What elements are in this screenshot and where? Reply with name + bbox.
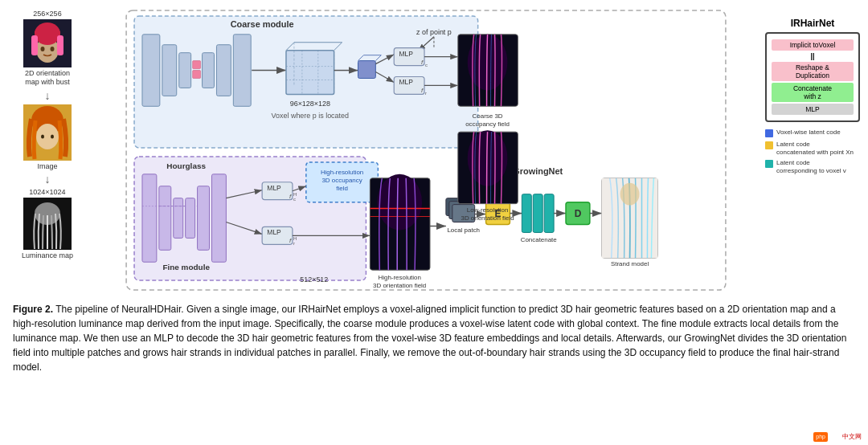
svg-text:3D orientation field: 3D orientation field xyxy=(461,214,514,222)
svg-text:3D orientation field: 3D orientation field xyxy=(373,282,426,289)
svg-rect-20 xyxy=(179,53,191,88)
svg-text:D: D xyxy=(575,208,582,219)
svg-point-115 xyxy=(620,183,640,206)
legend-box: Implicit toVoxel || Reshape &Duplication… xyxy=(765,32,860,122)
main-container: 256×256 xyxy=(0,0,868,445)
svg-text:r: r xyxy=(293,241,295,246)
svg-rect-18 xyxy=(142,35,160,107)
svg-rect-39 xyxy=(358,61,375,79)
svg-text:Concatenate: Concatenate xyxy=(521,236,558,243)
svg-rect-61 xyxy=(142,174,157,262)
dot-blue xyxy=(765,129,773,137)
figure-number: Figure 2. xyxy=(13,304,53,315)
dot-latent-xn-label: Latent codeconcatenated with point Xn xyxy=(776,141,854,156)
svg-text:Strand model: Strand model xyxy=(611,260,649,267)
svg-text:z of point p: z of point p xyxy=(416,28,452,36)
dot-latent-v-label: Latent codecorresponding to voxel v xyxy=(776,159,846,174)
svg-rect-106 xyxy=(533,194,542,233)
caption-area: Figure 2. The pipeline of NeuralHDHair. … xyxy=(0,297,868,445)
svg-rect-62 xyxy=(159,186,171,251)
svg-text:c: c xyxy=(293,197,296,202)
label-image: Image xyxy=(37,162,57,171)
caption-text: The pipeline of NeuralHDHair. Given a si… xyxy=(13,304,846,373)
legend-reshape-duplication: Reshape &Duplication xyxy=(772,62,854,81)
label-256: 2D orientationmap with bust xyxy=(25,69,70,87)
svg-text:Local patch: Local patch xyxy=(447,227,480,234)
svg-text:Coarse 3D: Coarse 3D xyxy=(473,112,503,120)
svg-rect-19 xyxy=(162,45,177,96)
svg-point-10 xyxy=(36,124,59,149)
svg-text:Coarse module: Coarse module xyxy=(231,19,294,29)
legend-separator: || xyxy=(772,52,854,60)
svg-rect-3 xyxy=(35,31,60,39)
network-svg: Coarse module xyxy=(92,6,760,294)
luminance-image xyxy=(23,198,72,250)
network-diagram: Coarse module xyxy=(92,6,760,294)
php-badge: php xyxy=(813,432,828,443)
svg-rect-66 xyxy=(186,198,195,239)
size-label-256: 256×256 xyxy=(33,10,61,18)
svg-rect-4 xyxy=(31,35,38,55)
svg-text:c: c xyxy=(425,63,428,67)
dot-legend: Voxel-wise latent code Latent codeconcat… xyxy=(765,129,860,174)
svg-text:512×512: 512×512 xyxy=(300,276,328,284)
svg-text:3D occupancy: 3D occupancy xyxy=(321,177,362,184)
svg-text:Low-resolution: Low-resolution xyxy=(467,206,509,214)
svg-text:occupancy field: occupancy field xyxy=(465,120,510,128)
svg-text:Hourglass: Hourglass xyxy=(166,161,206,170)
svg-point-11 xyxy=(41,134,44,138)
input-image-luminance: 1024×1024 xyxy=(22,188,73,260)
svg-text:MLP: MLP xyxy=(399,78,413,86)
cnwz-badge: 中文网 xyxy=(842,432,862,442)
svg-rect-21 xyxy=(193,61,201,69)
legend-mlp: MLP xyxy=(772,104,854,115)
dot-item-latent-v: Latent codecorresponding to voxel v xyxy=(765,159,860,174)
arrow-down-1: ↓ xyxy=(45,90,51,101)
irhairnet-legend: IRHairNet Implicit toVoxel || Reshape &D… xyxy=(760,6,865,294)
svg-rect-5 xyxy=(57,35,63,55)
diagram-area: 256×256 xyxy=(0,0,868,297)
svg-text:MLP: MLP xyxy=(267,184,281,192)
size-label-1024: 1024×1024 xyxy=(29,188,65,196)
svg-rect-22 xyxy=(193,71,201,79)
orientation-map-image xyxy=(23,19,72,67)
svg-text:MLP: MLP xyxy=(399,50,413,58)
input-column: 256×256 xyxy=(3,6,92,294)
svg-text:r: r xyxy=(425,91,427,96)
svg-rect-68 xyxy=(211,174,226,262)
svg-text:High-resolution: High-resolution xyxy=(321,169,363,176)
svg-text:High-resolution: High-resolution xyxy=(378,274,420,281)
irhairnet-title: IRHairNet xyxy=(765,18,860,29)
orange-hair-image xyxy=(23,104,72,161)
svg-point-7 xyxy=(51,47,55,51)
input-image-orange: Image xyxy=(23,104,72,171)
svg-rect-63 xyxy=(174,198,183,239)
svg-text:field: field xyxy=(336,185,348,192)
svg-rect-25 xyxy=(233,35,251,107)
svg-rect-105 xyxy=(522,194,531,233)
svg-rect-23 xyxy=(203,53,215,88)
svg-point-12 xyxy=(51,134,54,138)
svg-rect-67 xyxy=(198,186,210,251)
arrow-down-2: ↓ xyxy=(45,174,51,185)
dot-yellow xyxy=(765,141,773,149)
svg-text:GrowingNet: GrowingNet xyxy=(513,166,563,176)
svg-rect-107 xyxy=(544,194,554,233)
dot-teal xyxy=(765,160,773,168)
dot-item-voxelwise: Voxel-wise latent code xyxy=(765,129,860,137)
svg-rect-24 xyxy=(216,45,231,96)
legend-implicit-to-voxel: Implicit toVoxel xyxy=(772,39,854,51)
svg-rect-27 xyxy=(286,51,334,95)
dot-voxelwise-label: Voxel-wise latent code xyxy=(776,129,841,137)
dot-item-latent-xn: Latent codeconcatenated with point Xn xyxy=(765,141,860,156)
svg-text:96×128×128: 96×128×128 xyxy=(290,100,330,108)
svg-text:Voxel where p is located: Voxel where p is located xyxy=(272,112,349,120)
label-luminance: Luminance map xyxy=(22,251,73,260)
svg-text:MLP: MLP xyxy=(267,228,281,236)
svg-text:Fine module: Fine module xyxy=(162,263,210,271)
svg-point-6 xyxy=(41,47,45,51)
legend-concatenate-z: Concatenatewith z xyxy=(772,83,854,102)
input-image-256: 256×256 xyxy=(23,10,72,87)
